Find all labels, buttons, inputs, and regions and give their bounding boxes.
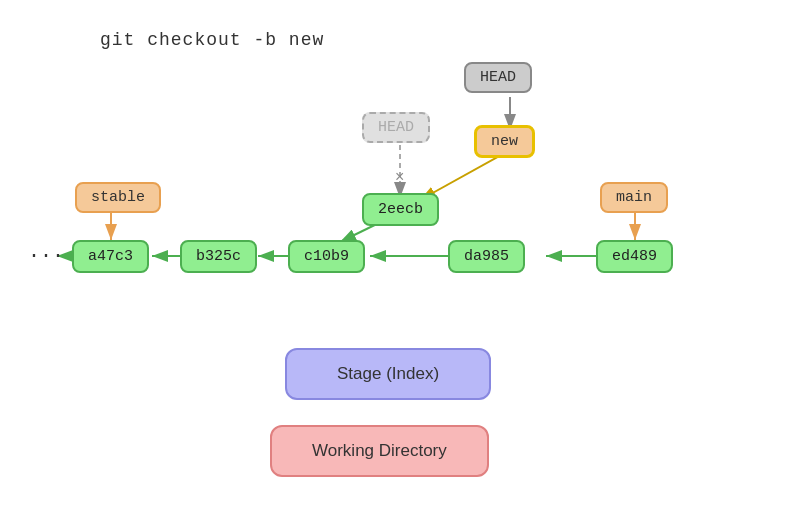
working-directory-box: Working Directory [270,425,489,477]
head-old-label: HEAD [362,112,430,143]
branch-new: new [474,125,535,158]
head-new-label: HEAD [464,62,532,93]
cross-symbol: × [395,168,404,186]
commit-da985: da985 [448,240,525,273]
git-command: git checkout -b new [100,30,324,50]
branch-main: main [600,182,668,213]
commit-a47c3: a47c3 [72,240,149,273]
stage-index-box: Stage (Index) [285,348,491,400]
commit-b325c: b325c [180,240,257,273]
ref-2eecb: 2eecb [362,193,439,226]
commit-c10b9: c10b9 [288,240,365,273]
commit-ed489: ed489 [596,240,673,273]
ellipsis: ··· [28,244,64,267]
branch-stable: stable [75,182,161,213]
